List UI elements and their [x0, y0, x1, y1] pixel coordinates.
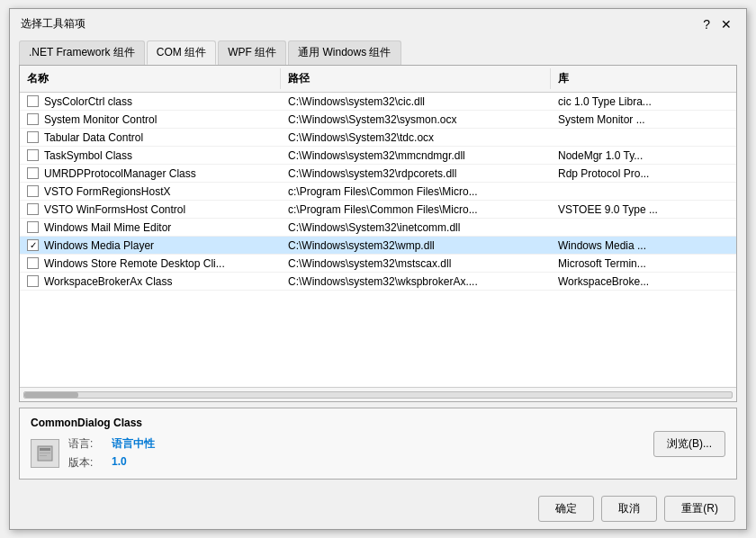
row-path-cell: C:\Windows\system32\wkspbrokerAx....	[281, 273, 551, 290]
row-path-cell: C:\Windows\system32\rdpcorets.dll	[281, 165, 551, 182]
table-body[interactable]: SysColorCtrl classC:\Windows\system32\ci…	[20, 93, 736, 387]
row-lib-cell	[551, 129, 736, 146]
table-row[interactable]: VSTO FormRegionsHostXc:\Program Files\Co…	[20, 183, 736, 201]
browse-button[interactable]: 浏览(B)...	[653, 431, 725, 457]
row-checkbox[interactable]	[27, 257, 39, 269]
table-row[interactable]: WorkspaceBrokerAx ClassC:\Windows\system…	[20, 273, 736, 291]
row-path-cell: c:\Program Files\Common Files\Micro...	[281, 201, 551, 218]
table-row[interactable]: Tabular Data ControlC:\Windows\System32\…	[20, 129, 736, 147]
info-title: CommonDialog Class	[31, 417, 155, 429]
dialog-title: 选择工具箱项	[21, 16, 86, 31]
row-name-cell: WorkspaceBrokerAx Class	[20, 273, 281, 290]
tab-dotnet[interactable]: .NET Framework 组件	[19, 40, 145, 65]
table-header: 名称 路径 库	[20, 66, 736, 93]
row-lib-cell: Microsoft Termin...	[551, 255, 736, 272]
row-name-cell: UMRDPProtocolManager Class	[20, 165, 281, 182]
lang-value: 语言中性	[112, 436, 155, 452]
svg-rect-2	[40, 453, 50, 453]
row-checkbox[interactable]	[27, 113, 39, 125]
component-table: 名称 路径 库 SysColorCtrl classC:\Windows\sys…	[19, 65, 737, 402]
tab-com[interactable]: COM 组件	[147, 40, 216, 65]
row-name: Windows Store Remote Desktop Cli...	[44, 257, 225, 270]
reset-button[interactable]: 重置(R)	[664, 496, 735, 522]
row-path-cell: C:\Windows\System32\tdc.ocx	[281, 129, 551, 146]
row-checkbox[interactable]	[27, 185, 39, 197]
row-name-cell: Tabular Data Control	[20, 129, 281, 146]
col-path: 路径	[281, 68, 551, 89]
row-checkbox[interactable]	[27, 275, 39, 287]
row-path-cell: C:\Windows\System32\sysmon.ocx	[281, 111, 551, 128]
row-name-cell: VSTO FormRegionsHostX	[20, 183, 281, 200]
row-path-cell: C:\Windows\system32\cic.dll	[281, 93, 551, 110]
row-name-cell: Windows Mail Mime Editor	[20, 219, 281, 236]
lang-field: 语言: 语言中性	[68, 436, 155, 452]
row-lib-cell: Rdp Protocol Pro...	[551, 165, 736, 182]
table-row[interactable]: UMRDPProtocolManager ClassC:\Windows\sys…	[20, 165, 736, 183]
row-name: UMRDPProtocolManager Class	[44, 167, 196, 180]
version-label: 版本:	[68, 455, 104, 471]
row-name: Windows Mail Mime Editor	[44, 221, 171, 234]
row-path-cell: C:\Windows\System32\inetcomm.dll	[281, 219, 551, 236]
title-bar: 选择工具箱项 ? ✕	[10, 9, 746, 35]
info-left: CommonDialog Class 语言: 语言中性 版本: 1.0	[31, 417, 155, 471]
row-checkbox[interactable]	[27, 221, 39, 233]
table-row[interactable]: Windows Mail Mime EditorC:\Windows\Syste…	[20, 219, 736, 237]
row-name: SysColorCtrl class	[44, 95, 132, 108]
row-lib-cell: VSTOEE 9.0 Type ...	[551, 201, 736, 218]
table-row[interactable]: VSTO WinFormsHost Controlc:\Program File…	[20, 201, 736, 219]
svg-rect-3	[40, 455, 47, 456]
row-lib-cell: System Monitor ...	[551, 111, 736, 128]
row-name: TaskSymbol Class	[44, 149, 132, 162]
row-path-cell: C:\Windows\system32\wmp.dll	[281, 237, 551, 254]
row-name-cell: TaskSymbol Class	[20, 147, 281, 164]
row-name: VSTO FormRegionsHostX	[44, 185, 171, 198]
scrollbar-track[interactable]	[23, 391, 733, 399]
row-checkbox[interactable]: ✓	[27, 239, 39, 251]
cancel-button[interactable]: 取消	[601, 496, 657, 522]
row-path-cell: C:\Windows\system32\mmcndmgr.dll	[281, 147, 551, 164]
row-checkbox[interactable]	[27, 95, 39, 107]
content-area: 名称 路径 库 SysColorCtrl classC:\Windows\sys…	[10, 65, 746, 489]
scrollbar-thumb[interactable]	[24, 392, 78, 398]
row-checkbox[interactable]	[27, 167, 39, 179]
col-lib: 库	[551, 68, 736, 89]
col-name: 名称	[20, 68, 281, 89]
row-path-cell: c:\Program Files\Common Files\Micro...	[281, 183, 551, 200]
table-row[interactable]: System Monitor ControlC:\Windows\System3…	[20, 111, 736, 129]
dialog: 选择工具箱项 ? ✕ .NET Framework 组件 COM 组件 WPF …	[9, 8, 747, 530]
row-name: Windows Media Player	[44, 239, 154, 252]
row-lib-cell: WorkspaceBroke...	[551, 273, 736, 290]
row-name: Tabular Data Control	[44, 131, 143, 144]
bottom-bar: 确定 取消 重置(R)	[10, 489, 746, 529]
tabs-bar: .NET Framework 组件 COM 组件 WPF 组件 通用 Windo…	[10, 35, 746, 65]
row-name: System Monitor Control	[44, 113, 157, 126]
version-field: 版本: 1.0	[68, 455, 155, 471]
row-path-cell: C:\Windows\system32\mstscax.dll	[281, 255, 551, 272]
info-row: 语言: 语言中性 版本: 1.0	[31, 436, 155, 471]
row-name: WorkspaceBrokerAx Class	[44, 275, 173, 288]
help-button[interactable]: ?	[699, 18, 714, 31]
svg-rect-1	[40, 448, 50, 451]
table-row[interactable]: SysColorCtrl classC:\Windows\system32\ci…	[20, 93, 736, 111]
tab-wpf[interactable]: WPF 组件	[218, 40, 286, 65]
info-panel: CommonDialog Class 语言: 语言中性 版本: 1.0	[19, 408, 737, 480]
tab-wincomp[interactable]: 通用 Windows 组件	[288, 40, 400, 65]
row-checkbox[interactable]	[27, 149, 39, 161]
ok-button[interactable]: 确定	[538, 496, 594, 522]
row-name-cell: VSTO WinFormsHost Control	[20, 201, 281, 218]
table-row[interactable]: TaskSymbol ClassC:\Windows\system32\mmcn…	[20, 147, 736, 165]
row-name: VSTO WinFormsHost Control	[44, 203, 185, 216]
row-lib-cell: Windows Media ...	[551, 237, 736, 254]
table-row[interactable]: Windows Store Remote Desktop Cli...C:\Wi…	[20, 255, 736, 273]
row-checkbox[interactable]	[27, 203, 39, 215]
row-lib-cell	[551, 183, 736, 200]
row-lib-cell: NodeMgr 1.0 Ty...	[551, 147, 736, 164]
table-row[interactable]: ✓Windows Media PlayerC:\Windows\system32…	[20, 237, 736, 255]
close-button[interactable]: ✕	[717, 18, 735, 31]
row-name-cell: SysColorCtrl class	[20, 93, 281, 110]
row-checkbox[interactable]	[27, 131, 39, 143]
lang-label: 语言:	[68, 436, 104, 452]
horizontal-scrollbar[interactable]	[20, 387, 736, 401]
row-name-cell: Windows Store Remote Desktop Cli...	[20, 255, 281, 272]
row-lib-cell	[551, 219, 736, 236]
